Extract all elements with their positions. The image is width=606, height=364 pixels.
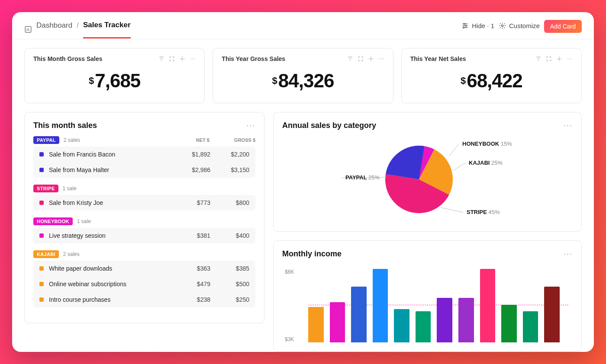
breadcrumb-current[interactable]: Sales Tracker bbox=[83, 21, 131, 38]
provider-tag[interactable]: STRIPE bbox=[33, 185, 58, 192]
sale-net: $479 bbox=[171, 281, 210, 287]
customize-button[interactable]: Customize bbox=[499, 22, 540, 37]
provider-dot-icon bbox=[39, 201, 44, 205]
provider-dot-icon bbox=[39, 233, 44, 238]
app-window: Dashboard / Sales Tracker Hide · 1 Custo… bbox=[12, 12, 594, 352]
sale-gross: $385 bbox=[210, 265, 249, 272]
filter-icon[interactable] bbox=[158, 56, 164, 62]
sale-net: $381 bbox=[171, 232, 210, 239]
svg-point-4 bbox=[464, 23, 465, 24]
provider-dot-icon bbox=[39, 297, 44, 302]
card-menu-icon[interactable]: ··· bbox=[564, 249, 573, 259]
pie-chart: HONEYBOOK 15%KAJABI 25%STRIPE 45%PAYPAL … bbox=[282, 136, 573, 223]
kpi-card: This Year Net Sales $68,422 bbox=[401, 48, 582, 103]
more-icon[interactable] bbox=[378, 56, 384, 62]
expand-icon[interactable] bbox=[358, 56, 364, 62]
expand-icon[interactable] bbox=[546, 56, 552, 62]
sales-group-paypal: PAYPAL 2 sales NET $GROSS $ Sale from Fr… bbox=[33, 136, 255, 178]
hide-button[interactable]: Hide · 1 bbox=[461, 22, 494, 37]
pie-slice-paypal[interactable] bbox=[385, 146, 424, 179]
sale-gross: $2,200 bbox=[210, 151, 249, 158]
svg-point-5 bbox=[465, 25, 467, 26]
add-card-button[interactable]: Add Card bbox=[544, 20, 582, 33]
sale-net: $773 bbox=[171, 199, 210, 206]
svg-point-12 bbox=[370, 58, 372, 60]
provider-tag[interactable]: PAYPAL bbox=[33, 136, 59, 144]
provider-dot-icon bbox=[39, 152, 44, 156]
gear-icon bbox=[499, 22, 506, 29]
sale-net: $2,986 bbox=[171, 166, 210, 173]
bar[interactable] bbox=[437, 298, 452, 342]
svg-line-20 bbox=[449, 144, 459, 156]
bar[interactable] bbox=[458, 298, 474, 342]
expand-icon[interactable] bbox=[169, 56, 175, 62]
sale-row[interactable]: Live strategy session $381 $400 bbox=[33, 228, 255, 243]
month-sales-card: This month sales ··· PAYPAL 2 sales NET … bbox=[24, 112, 264, 323]
bar[interactable] bbox=[523, 311, 538, 342]
provider-dot-icon bbox=[39, 168, 44, 172]
filter-icon[interactable] bbox=[535, 56, 542, 62]
filter-icon[interactable] bbox=[347, 56, 353, 62]
card-menu-icon[interactable]: ··· bbox=[246, 121, 255, 130]
bar[interactable] bbox=[330, 302, 345, 342]
kpi-value: $7,685 bbox=[33, 70, 196, 92]
gear-icon[interactable] bbox=[368, 56, 374, 62]
more-icon[interactable] bbox=[567, 56, 573, 62]
bar[interactable] bbox=[351, 287, 367, 342]
bar[interactable] bbox=[501, 305, 517, 342]
monthly-income-card: Monthly income ··· $6K $3K bbox=[273, 240, 582, 351]
bar[interactable] bbox=[416, 311, 431, 342]
sale-row[interactable]: Sale from Francis Bacon $1,892 $2,200 bbox=[33, 147, 255, 162]
gear-icon[interactable] bbox=[556, 56, 562, 62]
kpi-value: $68,422 bbox=[410, 70, 573, 92]
more-icon[interactable] bbox=[190, 56, 196, 62]
sale-name: Online webinar subscriptions bbox=[49, 281, 171, 287]
pie-label: KAJABI 25% bbox=[469, 160, 503, 166]
svg-point-8 bbox=[182, 58, 184, 60]
content-body: This Month Gross Sales $7,685 This Year … bbox=[12, 39, 594, 352]
kpi-title: This Year Gross Sales bbox=[222, 55, 285, 62]
svg-point-10 bbox=[192, 58, 193, 59]
group-count: 2 sales bbox=[63, 251, 80, 257]
kpi-title: This Year Net Sales bbox=[410, 55, 466, 62]
y-axis-label: $6K bbox=[285, 269, 294, 275]
annual-sales-card: Annual sales by category ··· HONEYBOOK 1… bbox=[273, 112, 582, 232]
provider-dot-icon bbox=[39, 266, 44, 271]
provider-tag[interactable]: KAJABI bbox=[33, 250, 59, 258]
bar[interactable] bbox=[308, 307, 324, 342]
svg-point-13 bbox=[379, 58, 380, 59]
kpi-row: This Month Gross Sales $7,685 This Year … bbox=[24, 48, 582, 103]
svg-point-6 bbox=[463, 27, 464, 28]
svg-point-9 bbox=[190, 58, 191, 59]
sale-row[interactable]: White paper downloads $363 $385 bbox=[33, 261, 255, 276]
sales-group-honeybook: HONEYBOOK 1 sale Live strategy session $… bbox=[33, 217, 255, 243]
gear-icon[interactable] bbox=[179, 56, 185, 62]
sale-row[interactable]: Online webinar subscriptions $479 $500 bbox=[33, 276, 255, 292]
sale-row[interactable]: Sale from Kristy Joe $773 $800 bbox=[33, 195, 255, 211]
bar[interactable] bbox=[544, 287, 560, 342]
group-count: 1 sale bbox=[77, 218, 91, 224]
svg-line-22 bbox=[441, 208, 463, 212]
breadcrumb-separator: / bbox=[77, 21, 79, 38]
breadcrumb-root[interactable]: Dashboard bbox=[36, 21, 72, 38]
hide-label: Hide · 1 bbox=[472, 22, 494, 29]
bar[interactable] bbox=[373, 269, 388, 342]
sales-group-stripe: STRIPE 1 sale Sale from Kristy Joe $773 … bbox=[33, 185, 255, 211]
provider-tag[interactable]: HONEYBOOK bbox=[33, 217, 73, 225]
kpi-card: This Year Gross Sales $84,326 bbox=[213, 48, 393, 103]
breadcrumb: Dashboard / Sales Tracker bbox=[24, 21, 131, 38]
provider-dot-icon bbox=[39, 282, 44, 286]
y-axis-label: $3K bbox=[285, 336, 294, 342]
sale-row[interactable]: Intro course purchases $238 $250 bbox=[33, 292, 255, 307]
pie-label: PAYPAL 25% bbox=[345, 174, 380, 181]
card-title: This month sales bbox=[33, 121, 97, 130]
card-menu-icon[interactable]: ··· bbox=[564, 121, 573, 130]
bar[interactable] bbox=[394, 309, 409, 342]
sale-net: $238 bbox=[171, 296, 210, 303]
sale-row[interactable]: Sale from Maya Halter $2,986 $3,150 bbox=[33, 162, 255, 178]
sliders-icon bbox=[461, 22, 469, 29]
sale-name: Sale from Kristy Joe bbox=[49, 199, 171, 206]
bar[interactable] bbox=[480, 269, 496, 342]
svg-point-11 bbox=[194, 58, 195, 59]
group-count: 1 sale bbox=[63, 185, 77, 192]
